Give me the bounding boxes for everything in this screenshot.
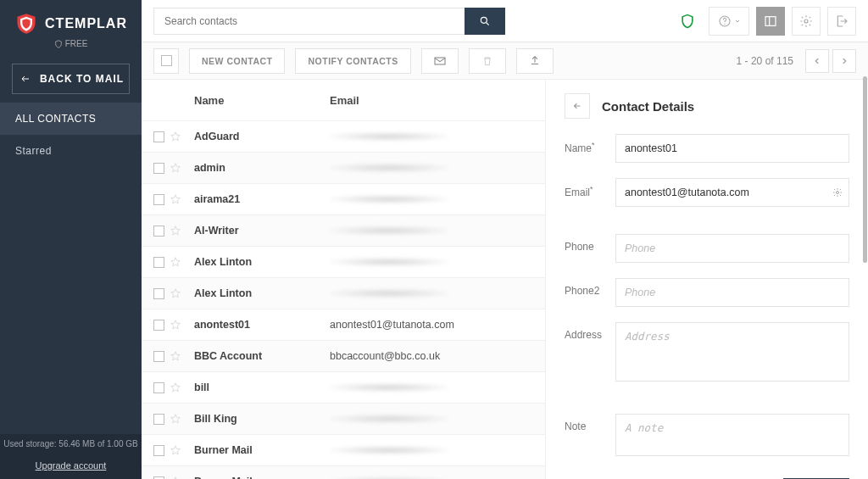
help-dropdown-button[interactable] (709, 7, 749, 36)
back-to-mail-label: BACK TO MAIL (40, 73, 124, 85)
star-icon[interactable] (170, 413, 181, 425)
logo-block: CTEMPLAR FREE (0, 0, 142, 53)
spacer (565, 222, 849, 234)
row-checkbox[interactable] (153, 226, 164, 237)
row-checkbox[interactable] (153, 382, 164, 393)
row-checkbox[interactable] (153, 476, 164, 480)
sidebar-item-all-contacts[interactable]: ALL CONTACTS (0, 103, 142, 135)
row-checkbox[interactable] (153, 194, 164, 205)
settings-button[interactable] (792, 7, 821, 36)
row-checkbox[interactable] (153, 257, 164, 268)
notify-contacts-button[interactable]: NOTIFY CONTACTS (295, 48, 410, 74)
row-email (330, 258, 533, 266)
input-phone2[interactable] (615, 278, 849, 307)
envelope-icon (433, 54, 447, 68)
search-input[interactable] (153, 8, 465, 35)
table-row[interactable]: airama21 (142, 183, 545, 214)
detail-back-button[interactable] (565, 93, 590, 119)
star-icon[interactable] (170, 131, 181, 142)
row-checkbox[interactable] (153, 414, 164, 425)
row-checkbox[interactable] (153, 288, 164, 299)
table-row[interactable]: bill (142, 371, 545, 403)
row-email: bbcaccount@bbc.co.uk (330, 350, 533, 362)
back-to-mail-button[interactable]: BACK TO MAIL (12, 64, 130, 94)
row-select-wrap (153, 319, 194, 331)
logout-button[interactable] (827, 7, 856, 36)
table-row[interactable]: Alex Linton (142, 246, 545, 277)
security-shield-button[interactable] (673, 7, 702, 36)
input-address[interactable] (615, 322, 849, 382)
label-email: Email (565, 178, 615, 198)
row-email (330, 289, 533, 298)
row-checkbox[interactable] (153, 163, 164, 174)
arrow-left-icon (18, 74, 33, 84)
delete-contacts-button[interactable] (469, 48, 506, 74)
list-header-name: Name (194, 94, 330, 107)
star-icon[interactable] (170, 350, 181, 362)
row-checkbox[interactable] (153, 445, 164, 456)
pager-text: 1 - 20 of 115 (737, 55, 793, 67)
star-icon[interactable] (170, 193, 181, 205)
logo-row: CTEMPLAR (8, 12, 133, 36)
row-select-wrap (153, 287, 194, 299)
input-note[interactable] (615, 414, 849, 456)
label-address: Address (565, 322, 615, 341)
new-contact-button[interactable]: NEW CONTACT (189, 48, 285, 74)
upload-contacts-button[interactable] (516, 48, 554, 74)
trash-icon (481, 55, 493, 67)
table-row[interactable]: Bill King (142, 403, 545, 434)
star-icon[interactable] (170, 225, 181, 237)
star-icon[interactable] (170, 162, 181, 174)
mail-contacts-button[interactable] (421, 48, 459, 74)
row-checkbox[interactable] (153, 131, 164, 142)
input-email[interactable] (615, 178, 849, 207)
star-icon[interactable] (170, 319, 181, 331)
row-email: anontest01@tutanota.com (330, 319, 533, 331)
search-icon (479, 15, 491, 27)
star-icon[interactable] (170, 476, 181, 479)
select-all-checkbox[interactable] (161, 55, 172, 66)
table-row[interactable]: AI-Writer (142, 214, 545, 246)
row-select-wrap (153, 131, 194, 142)
table-row[interactable]: anontest01anontest01@tutanota.com (142, 309, 545, 340)
table-row[interactable]: Burner Mail (142, 434, 545, 465)
app-root: CTEMPLAR FREE BACK TO MAIL ALL CONTACTS … (0, 0, 868, 479)
sidebar: CTEMPLAR FREE BACK TO MAIL ALL CONTACTS … (0, 0, 142, 479)
input-name[interactable] (615, 134, 849, 163)
table-row[interactable]: Burner Mail (142, 465, 545, 479)
spacer (565, 397, 849, 414)
star-icon[interactable] (170, 256, 181, 268)
table-row[interactable]: AdGuard (142, 120, 545, 152)
table-row[interactable]: admin (142, 152, 545, 183)
row-checkbox[interactable] (153, 320, 164, 331)
row-name: bill (194, 382, 330, 393)
pager-next-button[interactable] (832, 49, 856, 73)
table-row[interactable]: Alex Linton (142, 277, 545, 309)
pager-prev-button[interactable] (805, 49, 829, 73)
sidebar-item-starred[interactable]: Starred (0, 135, 142, 167)
upload-icon (529, 55, 541, 67)
row-email (330, 415, 533, 423)
row-select-wrap (153, 225, 194, 237)
star-icon[interactable] (170, 444, 181, 456)
row-name: Burner Mail (194, 476, 330, 479)
row-select-wrap (153, 256, 194, 268)
logout-icon (835, 14, 849, 28)
star-icon[interactable] (170, 287, 181, 299)
help-icon (718, 14, 732, 28)
search-button[interactable] (465, 8, 505, 35)
input-phone[interactable] (615, 234, 849, 263)
email-settings-icon[interactable] (832, 187, 843, 198)
scroll-thumb[interactable] (863, 76, 867, 263)
plan-shield-icon (54, 40, 63, 48)
table-row[interactable]: BBC Accountbbcaccount@bbc.co.uk (142, 340, 545, 371)
blurred-email (330, 446, 448, 454)
main-area: NEW CONTACT NOTIFY CONTACTS 1 - 20 of 11… (142, 0, 868, 479)
save-bar: SAVE (565, 471, 849, 479)
row-name: Alex Linton (194, 256, 330, 268)
layout-toggle-button[interactable] (756, 7, 785, 36)
row-checkbox[interactable] (153, 351, 164, 362)
star-icon[interactable] (170, 382, 181, 393)
upgrade-account-link[interactable]: Upgrade account (0, 454, 142, 479)
row-email (330, 446, 533, 454)
